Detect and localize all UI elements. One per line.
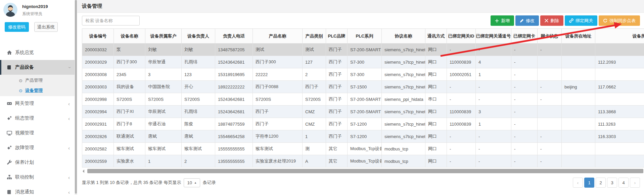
sidebar-item-label: 设备管理 (25, 87, 43, 93)
logout-button[interactable]: 退出系统 (34, 22, 58, 32)
table-cell: siemens_s7tcp_hinet (382, 68, 425, 81)
table-row[interactable]: 200002931西门子8华通石油陈俊18874877559西门子CMZ西门子S… (82, 118, 644, 130)
table-cell: 1 (303, 130, 326, 143)
pagination-page-3[interactable]: 3 (607, 178, 617, 188)
table-cell: 15318919695 (215, 68, 253, 81)
table-cell (538, 56, 562, 68)
table-cell: 3 (476, 106, 511, 118)
page-size-dropdown[interactable]: 10 ▲ (184, 178, 200, 187)
column-header: 负责人电话 (215, 29, 253, 44)
table-cell: S7-200-SMART (348, 93, 382, 106)
table-cell: 猴车测试 (145, 143, 182, 155)
table-cell: 实验室废水处理2019 (253, 155, 303, 168)
column-header: 设备所属客户 (145, 29, 182, 44)
pagination-prev-button[interactable]: ‹ (573, 178, 583, 188)
table-cell: - (511, 44, 538, 56)
sidebar-item-system-overview[interactable]: 系统总览 (0, 45, 75, 60)
table-row[interactable]: 200002559实验废水1213555555555实验室废水处理2019A其它… (82, 155, 644, 168)
table-cell: 18922222222 (215, 81, 253, 93)
table-row[interactable]: 200002994西门子XI华辰测试孔雨绵15243642681西门子CMZ西门… (82, 106, 644, 118)
table-cell (562, 143, 595, 155)
table-cell: 200002998 (82, 93, 114, 106)
table-cell: S7-300 (348, 68, 382, 81)
sidebar-item-product-device[interactable]: 产品设备 ‹ (0, 60, 75, 75)
pagination-page-2[interactable]: 2 (596, 178, 606, 188)
table-cell: 22222 (253, 68, 303, 81)
sidebar-item-fault-management[interactable]: 故障管理 ‹ (0, 140, 75, 155)
table-cell: 华通石油 (145, 118, 182, 130)
product-device-submenu: ⊙ 产品管理 ⊙ 设备管理 (0, 75, 75, 96)
table-row[interactable]: 200002826联通测试唐斌唐斌15546654258字符串12001西门子S… (82, 130, 644, 143)
table-cell: 200002931 (82, 118, 114, 130)
table-cell: 其它 (326, 155, 348, 168)
table-cell: 西门子 (326, 118, 348, 130)
table-cell (562, 130, 595, 143)
table-row[interactable]: 2000030082345312315318919695222222西门子S7-… (82, 68, 644, 81)
app-window: hignton2019 系统管理员 修改密码 退出系统 系统总览 产品设备 ‹ (0, 0, 644, 195)
table-row[interactable]: 200003003我的设备中国国务院开心18922222222西门子0088西门… (82, 81, 644, 93)
force-sync-button[interactable]: 强制同步点表 (599, 15, 640, 26)
sidebar-item-maintenance-plan[interactable]: 保养计划 (0, 155, 75, 170)
table-cell: 3 (145, 68, 182, 81)
table-cell: 2 (182, 155, 215, 168)
change-password-button[interactable]: 修改密码 (5, 22, 29, 32)
column-header: 产品类别 (303, 29, 326, 44)
table-cell: 唐斌 (145, 130, 182, 143)
table-row[interactable]: 200003029西门子300华辰智通孔雨绵15243642681西门子3001… (82, 56, 644, 68)
column-header: 设备所在经度 (595, 29, 644, 44)
table-cell: 西门子0088 (253, 81, 303, 93)
bind-gateway-button[interactable]: 绑定网关 (565, 15, 597, 26)
table-cell: Modbus_Tcp设备 (348, 155, 382, 168)
table-row[interactable]: 200003032泵刘敏刘敏13487587205测试测试西门子S7-200-S… (82, 44, 644, 56)
table-cell (562, 56, 595, 68)
column-header: 设备所在地址 (562, 29, 595, 44)
sidebar-scrollbar[interactable] (75, 0, 77, 195)
pagination-next-button[interactable]: › (630, 178, 640, 188)
plus-icon (495, 19, 499, 23)
x-icon (545, 19, 548, 22)
table-cell: 联通测试 (114, 130, 145, 143)
table-cell: S7200S (114, 93, 145, 106)
table-cell: 猴车测试 (253, 143, 303, 155)
sidebar-item-product-management[interactable]: ⊙ 产品管理 (0, 75, 75, 85)
table-cell: - (511, 130, 538, 143)
table-cell: 116.3303 (595, 130, 644, 143)
sidebar-item-gateway-management[interactable]: 网关管理 ‹ (0, 96, 75, 111)
table-cell: - (476, 130, 511, 143)
sidebar-item-device-management[interactable]: ⊙ 设备管理 (0, 85, 75, 95)
sidebar-item-label: 网关管理 (15, 101, 34, 107)
delete-button[interactable]: 删除 (540, 15, 563, 26)
search-input[interactable] (82, 16, 140, 25)
pagination-page-4[interactable]: 4 (618, 178, 629, 188)
book-icon (6, 189, 12, 195)
sidebar-item-configuration-management[interactable]: 组态管理 ‹ (0, 111, 75, 126)
table-cell: 网口 (425, 56, 447, 68)
scrollbar-thumb[interactable] (87, 169, 643, 173)
sidebar-item-message-notification[interactable]: 消息通知 ‹ (0, 185, 75, 195)
table-cell: - (476, 155, 511, 168)
table-row[interactable]: 200002998S7200SS7200SS7200S15243642681S7… (82, 93, 644, 106)
horizontal-scrollbar[interactable] (82, 169, 644, 174)
table-cell: 西门子 (253, 118, 303, 130)
edit-button[interactable]: 修改 (515, 15, 539, 26)
gateway-icon (6, 101, 12, 107)
column-header: 设备名称 (114, 29, 145, 44)
table-cell (562, 44, 595, 56)
sidebar-item-linkage-control[interactable]: 联动控制 ‹ (0, 170, 75, 185)
add-button[interactable]: 新增 (491, 15, 514, 26)
table-cell: 200002559 (82, 155, 114, 168)
table-cell: 华辰测试 (145, 106, 182, 118)
wrench-icon (6, 160, 12, 166)
table-cell: Modbus_Tcp设备 (348, 143, 382, 155)
table-cell: 113.3868 (595, 106, 644, 118)
main-content: 设备管理 新增 修改 删除 绑定网关 (77, 0, 644, 195)
table-cell: 200003008 (82, 68, 114, 81)
sidebar-item-label: 系统总览 (15, 50, 34, 56)
table-cell: 孔雨绵 (182, 56, 215, 68)
table-cell: - (511, 155, 538, 168)
pagination-page-1[interactable]: 1 (584, 178, 594, 188)
scroll-left-arrow-icon[interactable] (83, 170, 84, 173)
table-row[interactable]: 200002582猴车测试猴车测试猴车测试15555555555猴车测试测其它M… (82, 143, 644, 155)
sidebar-item-video-management[interactable]: 视频管理 (0, 126, 75, 140)
table-cell: S7-300 (348, 56, 382, 68)
